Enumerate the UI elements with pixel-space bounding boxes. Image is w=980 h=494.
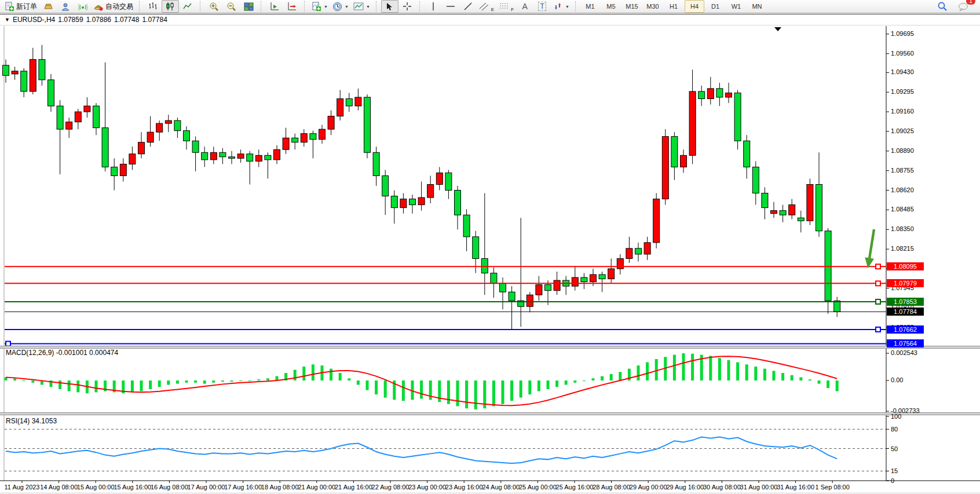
candle-body — [129, 154, 136, 164]
price-line-label: 1.07564 — [887, 339, 924, 347]
level-line-handle[interactable] — [876, 327, 880, 332]
price-tick-label: 1.08755 — [891, 167, 914, 174]
panel-splitter-rsi[interactable] — [0, 412, 980, 415]
candle-body — [653, 199, 660, 243]
candle-body — [536, 285, 542, 295]
line-chart-button[interactable] — [179, 0, 196, 13]
cursor-button[interactable] — [381, 0, 398, 13]
macd-histogram-bar — [465, 380, 468, 408]
text-button[interactable]: A — [516, 0, 533, 13]
chart-area[interactable]: MACD(12,26,9) -0.001001 0.000474 RSI(14)… — [0, 26, 980, 494]
tab-timeframe-m30[interactable]: M30 — [643, 0, 663, 13]
level-line-handle[interactable] — [876, 299, 880, 304]
macd-histogram-bar — [474, 380, 477, 409]
price-chart-canvas[interactable] — [0, 26, 980, 494]
search-button[interactable] — [934, 0, 951, 13]
new-order-button[interactable]: 新订单 — [2, 0, 39, 13]
candlestick-chart-button[interactable] — [162, 0, 179, 13]
level-line-handle[interactable] — [876, 281, 880, 286]
tab-timeframe-m15[interactable]: M15 — [622, 0, 642, 13]
candle-body — [744, 141, 750, 167]
current-price-label: 1.07784 — [887, 308, 924, 316]
price-tick-label: 1.09430 — [891, 68, 914, 75]
candle-body — [825, 231, 831, 301]
timeframe-group: M1M5M15M30H1H4D1W1MN — [580, 0, 767, 13]
new-template-button[interactable]: ▼ — [309, 0, 330, 13]
notification-badge: 1 — [966, 0, 975, 5]
tab-timeframe-m1[interactable]: M1 — [580, 0, 600, 13]
text-label-button[interactable]: T — [533, 0, 551, 13]
chart-symbol-period: EURUSD-,H4 — [13, 16, 55, 24]
candle-body — [165, 120, 171, 123]
tab-timeframe-w1[interactable]: W1 — [726, 0, 746, 13]
macd-histogram-bar — [420, 380, 423, 398]
panel-splitter-macd[interactable] — [0, 346, 980, 349]
macd-name: MACD(12,26,9) — [6, 349, 54, 357]
auto-scroll-button[interactable] — [266, 0, 283, 13]
horizontal-line-button[interactable] — [442, 0, 459, 13]
auto-scroll-icon — [270, 2, 279, 11]
candle-body — [400, 199, 407, 208]
chart-shift-button[interactable] — [283, 0, 301, 13]
zoom-in-icon — [209, 2, 219, 12]
indicators-button[interactable]: ▼ — [351, 0, 372, 13]
macd-histogram-bar — [528, 380, 531, 394]
chart-shift-marker[interactable] — [774, 27, 781, 31]
arrows-button[interactable]: ▼ — [551, 0, 572, 13]
equidistant-channel-button[interactable]: E — [477, 0, 496, 13]
down-arrow-annotation[interactable] — [863, 229, 878, 269]
candle-body — [807, 184, 813, 221]
candle-body — [608, 269, 615, 279]
candle-body — [554, 280, 560, 291]
date-label: 31 Aug 00:00 — [740, 484, 778, 491]
macd-histogram-bar — [95, 380, 98, 392]
date-label: 30 Aug 08:00 — [703, 484, 741, 491]
macd-histogram-bar — [520, 380, 522, 398]
macd-histogram-bar — [302, 367, 305, 380]
price-line-label: 1.07979 — [887, 279, 924, 287]
candle-body — [120, 164, 126, 175]
bar-chart-button[interactable] — [144, 0, 162, 13]
period-button[interactable]: ▼ — [330, 0, 351, 13]
macd-histogram-bar — [510, 380, 513, 401]
tile-windows-button[interactable] — [240, 0, 257, 13]
toolbar-separator — [376, 1, 379, 12]
crosshair-button[interactable] — [398, 0, 416, 13]
tab-timeframe-mn[interactable]: MN — [747, 0, 767, 13]
candle-body — [202, 152, 208, 160]
ohlc-close: 1.07784 — [142, 16, 167, 24]
trendline-button[interactable] — [459, 0, 477, 13]
date-label: 28 Aug 08:00 — [593, 484, 630, 491]
chevron-down-icon: ▼ — [366, 5, 370, 9]
macd-histogram-bar — [773, 371, 776, 380]
level-line-handle[interactable] — [876, 264, 880, 269]
auto-trading-button[interactable]: 自动交易 — [92, 0, 136, 13]
vertical-line-button[interactable] — [425, 0, 442, 13]
fibonacci-button[interactable]: F — [496, 0, 516, 13]
tab-timeframe-h4[interactable]: H4 — [685, 0, 704, 13]
navigator-button[interactable] — [57, 0, 74, 13]
macd-histogram-bar — [149, 380, 152, 389]
tab-timeframe-m5[interactable]: M5 — [601, 0, 621, 13]
quotes-button[interactable] — [39, 0, 57, 13]
signals-button[interactable] — [74, 0, 92, 13]
date-label: 15 Aug 00:00 — [77, 484, 115, 491]
toolbar-separator — [575, 1, 578, 12]
date-label: 24 Aug 08:00 — [482, 484, 520, 491]
macd-histogram-bar — [610, 374, 613, 380]
notifications-button[interactable]: 1 — [955, 0, 972, 13]
candle-body — [30, 60, 36, 92]
candle-body — [138, 142, 145, 154]
price-tick-label: 1.09695 — [891, 30, 914, 37]
tab-timeframe-d1[interactable]: D1 — [705, 0, 725, 13]
zoom-in-button[interactable] — [205, 0, 222, 13]
new-order-icon — [5, 2, 14, 12]
zoom-out-button[interactable] — [222, 0, 240, 13]
macd-histogram-bar — [673, 355, 676, 380]
macd-histogram-bar — [330, 369, 332, 380]
tab-timeframe-h1[interactable]: H1 — [664, 0, 683, 13]
macd-histogram-bar — [366, 380, 369, 390]
collapse-triangle-icon[interactable]: ▼ — [5, 17, 10, 23]
price-line-label: 1.07662 — [887, 325, 924, 334]
trading-terminal-window: 新订单 自动交易 — [0, 0, 980, 494]
